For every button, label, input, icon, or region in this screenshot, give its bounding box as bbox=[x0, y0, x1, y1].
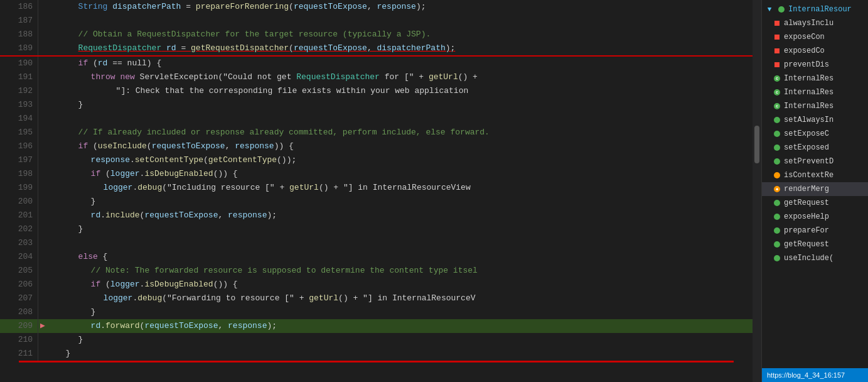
line-number: 203 bbox=[0, 236, 38, 250]
line-number: 204 bbox=[0, 250, 38, 264]
tree-item[interactable]: preventDis bbox=[762, 58, 868, 72]
tree-item[interactable]: getRequest bbox=[762, 237, 868, 251]
code-line: 187 bbox=[0, 14, 753, 28]
tree-item-label: setExposeC bbox=[784, 129, 829, 138]
line-number: 186 bbox=[0, 0, 38, 14]
line-content: // Obtain a RequestDispatcher for the ta… bbox=[47, 28, 753, 41]
line-indicator bbox=[38, 305, 47, 319]
line-content: logger.debug("Forwarding to resource [" … bbox=[47, 292, 753, 305]
line-indicator bbox=[38, 70, 47, 84]
tree-item[interactable]: setExposed bbox=[762, 141, 868, 155]
tree-item[interactable]: setPreventD bbox=[762, 155, 868, 168]
tree-item[interactable]: setAlwaysIn bbox=[762, 113, 868, 127]
line-content: RequestDispatcher rd = getRequestDispatc… bbox=[47, 41, 753, 56]
tree-item-icon bbox=[772, 18, 782, 28]
tree-item-label: getRequest bbox=[784, 199, 829, 207]
tree-item[interactable]: ◆renderMerg bbox=[762, 182, 868, 196]
tree-item[interactable]: cInternalRes bbox=[762, 99, 868, 113]
tree-item-icon bbox=[772, 170, 782, 180]
code-line: 199logger.debug("Including resource [" +… bbox=[0, 181, 753, 195]
line-content: } bbox=[47, 222, 753, 236]
tree-item[interactable]: prepareFor bbox=[762, 224, 868, 237]
tree-item[interactable]: useInclude( bbox=[762, 251, 868, 265]
tree-item-label: getRequest bbox=[784, 240, 829, 249]
line-content bbox=[47, 236, 753, 250]
tree-item[interactable]: exposeCon bbox=[762, 30, 868, 44]
line-indicator bbox=[38, 28, 47, 41]
tree-item-label: exposeCon bbox=[784, 33, 825, 41]
tree-item[interactable]: cInternalRes bbox=[762, 85, 868, 99]
tree-item-label: InternalRes bbox=[784, 88, 833, 97]
line-number: 202 bbox=[0, 222, 38, 236]
line-indicator bbox=[38, 264, 47, 278]
tree-item-icon: ◆ bbox=[772, 184, 782, 194]
line-number: 195 bbox=[0, 126, 38, 139]
line-number: 196 bbox=[0, 139, 38, 153]
code-line: 196if (useInclude(requestToExpose, respo… bbox=[0, 139, 753, 153]
code-line: 197response.setContentType(getContentTyp… bbox=[0, 153, 753, 167]
tree-item[interactable]: exposedCo bbox=[762, 44, 868, 58]
tree-item-icon: c bbox=[772, 101, 782, 111]
line-content: } bbox=[47, 195, 753, 209]
line-indicator bbox=[38, 167, 47, 181]
tree-item[interactable]: alwaysInclu bbox=[762, 16, 868, 30]
line-indicator bbox=[38, 278, 47, 292]
tree-item-icon bbox=[772, 115, 782, 125]
line-number: 188 bbox=[0, 28, 38, 41]
code-table: 186String dispatcherPath = prepareForRen… bbox=[0, 0, 753, 361]
tree-header[interactable]: ▼ InternalResour bbox=[762, 3, 868, 16]
tree-item-label: InternalRes bbox=[784, 74, 833, 83]
tree-item-label: setExposed bbox=[784, 143, 829, 152]
line-number: 201 bbox=[0, 209, 38, 222]
tree-header-label: InternalResour bbox=[788, 5, 852, 14]
code-editor[interactable]: 186String dispatcherPath = prepareForRen… bbox=[0, 0, 753, 382]
line-indicator bbox=[38, 126, 47, 139]
line-content: rd.forward(requestToExpose, response); bbox=[47, 319, 753, 333]
class-icon bbox=[776, 4, 786, 14]
tree-item[interactable]: cInternalRes bbox=[762, 72, 868, 85]
tree-item[interactable]: setExposeC bbox=[762, 127, 868, 141]
line-content: throw new ServletException("Could not ge… bbox=[47, 70, 753, 84]
code-line: 200} bbox=[0, 195, 753, 209]
line-indicator: ▶ bbox=[38, 319, 47, 333]
line-indicator bbox=[38, 112, 47, 126]
tree-item-label: exposedCo bbox=[784, 46, 825, 55]
line-content: rd.include(requestToExpose, response); bbox=[47, 209, 753, 222]
tree-item[interactable]: exposeHelp bbox=[762, 210, 868, 224]
tree-item[interactable]: isContextRe bbox=[762, 168, 868, 182]
line-number: 190 bbox=[0, 56, 38, 70]
line-number: 192 bbox=[0, 84, 38, 98]
code-line: 208} bbox=[0, 305, 753, 319]
tree-item[interactable]: getRequest bbox=[762, 196, 868, 210]
line-number: 205 bbox=[0, 264, 38, 278]
tree-item-icon bbox=[772, 156, 782, 166]
tree-item-icon bbox=[772, 253, 782, 263]
line-number: 194 bbox=[0, 112, 38, 126]
code-line: 194 bbox=[0, 112, 753, 126]
line-indicator bbox=[38, 56, 47, 70]
right-panel: ▼ InternalResour alwaysIncluexposeConexp… bbox=[761, 0, 868, 382]
line-indicator bbox=[38, 222, 47, 236]
code-line: 186String dispatcherPath = prepareForRen… bbox=[0, 0, 753, 14]
line-indicator bbox=[38, 181, 47, 195]
line-content: if (logger.isDebugEnabled()) { bbox=[47, 278, 753, 292]
code-line: 190if (rd == null) { bbox=[0, 56, 753, 70]
line-number: 199 bbox=[0, 181, 38, 195]
tree-item-icon bbox=[772, 46, 782, 56]
line-content: } bbox=[47, 333, 753, 347]
line-indicator bbox=[38, 347, 47, 361]
scrollbar-thumb[interactable] bbox=[754, 126, 759, 163]
line-content: response.setContentType(getContentType()… bbox=[47, 153, 753, 167]
scrollbar-track[interactable] bbox=[753, 0, 761, 382]
tree-item-icon bbox=[772, 32, 782, 42]
line-number: 197 bbox=[0, 153, 38, 167]
line-indicator bbox=[38, 14, 47, 28]
status-bar: https://blog_4_34_16:157 bbox=[762, 368, 868, 382]
tree-item-icon bbox=[772, 226, 782, 236]
class-tree[interactable]: ▼ InternalResour alwaysIncluexposeConexp… bbox=[762, 0, 868, 368]
tree-item-label: useInclude( bbox=[784, 254, 833, 263]
code-line: 192"]: Check that the corresponding file… bbox=[0, 84, 753, 98]
line-indicator bbox=[38, 139, 47, 153]
line-indicator bbox=[38, 292, 47, 305]
tree-item-icon bbox=[772, 60, 782, 70]
